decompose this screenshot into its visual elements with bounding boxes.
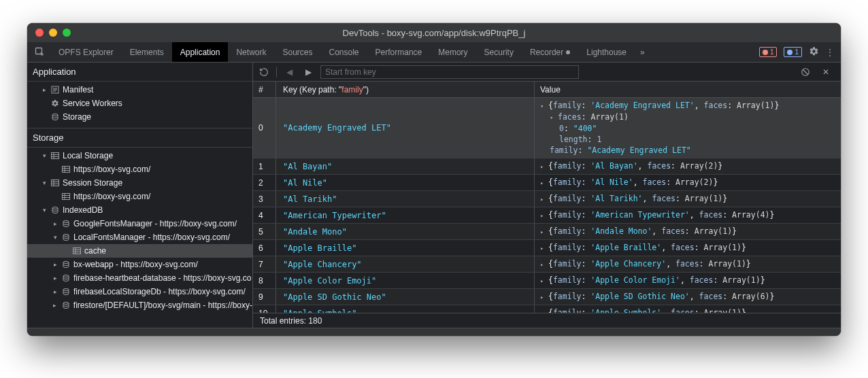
svg-point-22 bbox=[52, 207, 58, 209]
total-entries-label: Total entries: 180 bbox=[260, 316, 322, 326]
sidebar-section-application: Application bbox=[27, 63, 252, 82]
info-dot-icon bbox=[787, 50, 792, 55]
row-value: ▾{family: 'Academy Engraved LET', faces:… bbox=[535, 98, 841, 158]
database-icon bbox=[61, 273, 71, 283]
sidebar-item-label: LocalFontsManager - https://boxy-svg.com… bbox=[73, 233, 230, 242]
table-icon bbox=[50, 178, 60, 188]
tab-elements[interactable]: Elements bbox=[122, 42, 172, 62]
database-icon bbox=[61, 233, 71, 242]
clear-object-store-button[interactable] bbox=[799, 65, 812, 79]
table-row[interactable]: 8"Apple Color Emoji"▸{family: 'Apple Col… bbox=[253, 273, 841, 289]
tab-lighthouse[interactable]: Lighthouse bbox=[578, 42, 635, 62]
sidebar-item-idb-db[interactable]: ▾LocalFontsManager - https://boxy-svg.co… bbox=[27, 230, 252, 244]
col-header-index[interactable]: # bbox=[253, 82, 276, 97]
sidebar-item-session-storage[interactable]: ▾ Session Storage bbox=[27, 176, 252, 190]
sidebar-item-idb-db[interactable]: ▸firestore/[DEFAULT]/boxy-svg/main - htt… bbox=[27, 298, 252, 312]
start-from-key-input[interactable] bbox=[320, 65, 579, 79]
sidebar-item-manifest[interactable]: ▸ Manifest bbox=[27, 83, 252, 97]
sidebar-item-local-storage-origin[interactable]: https://boxy-svg.com/ bbox=[27, 162, 252, 176]
titlebar: DevTools - boxy-svg.com/app/disk:w9PtrqP… bbox=[27, 23, 841, 42]
tab-performance[interactable]: Performance bbox=[367, 42, 431, 62]
row-value: ▸{family: 'Andale Mono', faces: Array(1)… bbox=[535, 224, 841, 239]
svg-point-23 bbox=[63, 221, 69, 223]
row-index: 9 bbox=[253, 289, 276, 305]
table-row[interactable]: 5"Andale Mono"▸{family: 'Andale Mono', f… bbox=[253, 224, 841, 240]
manifest-icon bbox=[50, 85, 60, 94]
table-icon bbox=[61, 192, 71, 201]
tab-network[interactable]: Network bbox=[228, 42, 274, 62]
tab-application[interactable]: Application bbox=[172, 42, 229, 62]
sidebar-item-label: firestore/[DEFAULT]/boxy-svg/main - http… bbox=[73, 300, 252, 310]
error-badge[interactable]: 1 bbox=[759, 47, 778, 57]
row-value: ▸{family: 'Apple Color Emoji', faces: Ar… bbox=[535, 273, 841, 288]
sidebar-item-indexeddb[interactable]: ▾ IndexedDB bbox=[27, 203, 252, 217]
sidebar-item-local-storage[interactable]: ▾ Local Storage bbox=[27, 149, 252, 162]
sidebar-item-storage[interactable]: Storage bbox=[27, 110, 252, 124]
row-key: "Al Bayan" bbox=[276, 158, 535, 174]
svg-point-5 bbox=[52, 114, 58, 116]
row-key: "Al Nile" bbox=[276, 175, 535, 190]
row-key: "Apple Color Emoji" bbox=[276, 273, 535, 288]
row-index: 10 bbox=[253, 305, 276, 313]
row-key: "Andale Mono" bbox=[276, 224, 535, 239]
settings-gear-icon[interactable] bbox=[809, 46, 819, 58]
kebab-menu-icon[interactable]: ⋮ bbox=[826, 48, 834, 57]
table-row[interactable]: 1"Al Bayan"▸{family: 'Al Bayan', faces: … bbox=[253, 158, 841, 175]
row-index: 7 bbox=[253, 256, 276, 272]
table-row[interactable]: 6"Apple Braille"▸{family: 'Apple Braille… bbox=[253, 240, 841, 256]
tab-recorder[interactable]: Recorder bbox=[522, 42, 578, 62]
sidebar-item-idb-db[interactable]: ▸firebase-heartbeat-database - https://b… bbox=[27, 271, 252, 285]
sidebar-item-session-storage-origin[interactable]: https://boxy-svg.com/ bbox=[27, 190, 252, 203]
row-value: ▸{family: 'Apple Braille', faces: Array(… bbox=[535, 240, 841, 256]
sidebar-item-idb-db[interactable]: ▸firebaseLocalStorageDb - https://boxy-s… bbox=[27, 285, 252, 298]
tab-console[interactable]: Console bbox=[321, 42, 367, 62]
sidebar-item-idb-db[interactable]: ▸bx-webapp - https://boxy-svg.com/ bbox=[27, 258, 252, 271]
more-tabs-button[interactable]: » bbox=[635, 42, 650, 62]
error-dot-icon bbox=[763, 50, 768, 55]
row-index: 8 bbox=[253, 273, 276, 288]
table-row[interactable]: 9"Apple SD Gothic Neo"▸{family: 'Apple S… bbox=[253, 289, 841, 305]
table-row[interactable]: 7"Apple Chancery"▸{family: 'Apple Chance… bbox=[253, 256, 841, 273]
table-row[interactable]: 10"Apple Symbols"▸{family: 'Apple Symbol… bbox=[253, 305, 841, 313]
info-badge[interactable]: 1 bbox=[784, 47, 802, 57]
table-row[interactable]: 0"Academy Engraved LET"▾{family: 'Academ… bbox=[253, 98, 841, 158]
table-row[interactable]: 3"Al Tarikh"▸{family: 'Al Tarikh', faces… bbox=[253, 191, 841, 207]
tab-opfs-explorer[interactable]: OPFS Explorer bbox=[50, 42, 122, 62]
row-key: "Apple Chancery" bbox=[276, 256, 535, 272]
refresh-button[interactable] bbox=[257, 65, 271, 79]
row-value: ▸{family: 'Apple SD Gothic Neo', faces: … bbox=[535, 289, 841, 305]
delete-selected-button[interactable]: ✕ bbox=[819, 65, 833, 79]
row-key: "American Typewriter" bbox=[276, 207, 535, 223]
row-value: ▸{family: 'Apple Chancery', faces: Array… bbox=[535, 256, 841, 272]
gear-icon bbox=[50, 99, 60, 108]
sidebar-item-label: https://boxy-svg.com/ bbox=[73, 165, 150, 174]
row-index: 5 bbox=[253, 224, 276, 239]
database-icon bbox=[61, 300, 71, 310]
database-icon bbox=[50, 205, 60, 215]
inspect-element-button[interactable] bbox=[30, 42, 50, 62]
row-index: 2 bbox=[253, 175, 276, 190]
sidebar-item-service-workers[interactable]: Service Workers bbox=[27, 97, 252, 110]
col-header-value[interactable]: Value bbox=[535, 82, 841, 97]
prev-page-button[interactable]: ◀ bbox=[282, 65, 296, 79]
sidebar-item-label: Local Storage bbox=[63, 151, 113, 160]
horizontal-scrollbar[interactable] bbox=[27, 328, 841, 336]
tab-security[interactable]: Security bbox=[476, 42, 522, 62]
row-index: 4 bbox=[253, 207, 276, 223]
tab-memory[interactable]: Memory bbox=[430, 42, 475, 62]
next-page-button[interactable]: ▶ bbox=[301, 65, 315, 79]
sidebar-item-idb-store-cache[interactable]: cache bbox=[27, 244, 252, 258]
tab-sources[interactable]: Sources bbox=[274, 42, 320, 62]
col-header-key[interactable]: Key (Key path: "family") bbox=[276, 82, 535, 97]
recorder-dot-icon bbox=[566, 50, 570, 54]
table-body: 0"Academy Engraved LET"▾{family: 'Academ… bbox=[253, 98, 841, 313]
svg-rect-18 bbox=[63, 194, 70, 200]
svg-line-34 bbox=[803, 69, 808, 74]
database-icon bbox=[61, 287, 71, 296]
svg-rect-25 bbox=[73, 248, 81, 254]
sidebar-item-idb-db[interactable]: ▸GoogleFontsManager - https://boxy-svg.c… bbox=[27, 217, 252, 230]
table-row[interactable]: 4"American Typewriter"▸{family: 'America… bbox=[253, 207, 841, 224]
table-row[interactable]: 2"Al Nile"▸{family: 'Al Nile', faces: Ar… bbox=[253, 175, 841, 191]
row-index: 0 bbox=[253, 98, 276, 158]
sidebar: Application ▸ Manifest Service Workers S… bbox=[27, 63, 253, 328]
